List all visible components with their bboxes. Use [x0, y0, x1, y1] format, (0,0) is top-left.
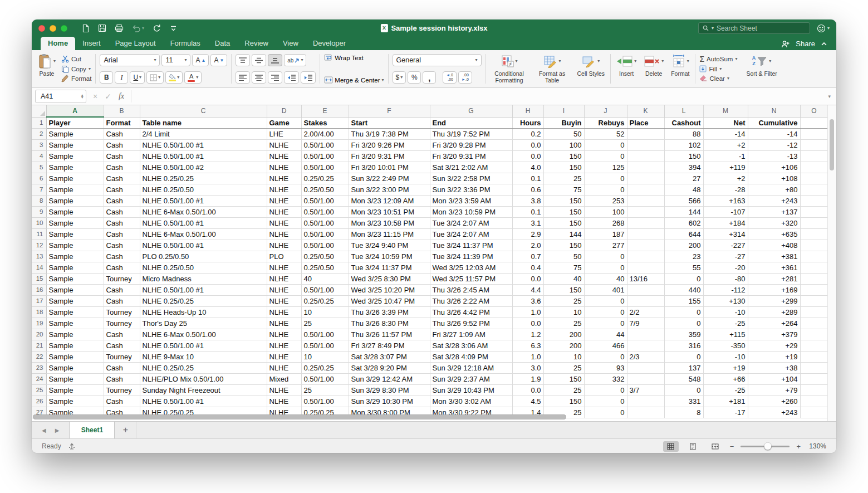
cell-C19[interactable]: Thor's Day 25: [140, 318, 267, 329]
cell-C9[interactable]: NLHE 6-Max 0.50/1.00: [140, 206, 267, 217]
merge-center-button[interactable]: Merge & Center ▾: [324, 76, 384, 84]
cell-F25[interactable]: Sun 3/29 8:30 PM: [349, 384, 430, 396]
cell-K22[interactable]: 2/3: [627, 351, 664, 362]
cell-B16[interactable]: Cash: [104, 284, 140, 295]
cell-M20[interactable]: +115: [703, 329, 748, 340]
cell-N12[interactable]: +408: [748, 240, 800, 251]
cell-J10[interactable]: 268: [584, 217, 627, 228]
cell-D19[interactable]: NLHE: [267, 318, 301, 329]
align-bottom-button[interactable]: [268, 54, 282, 66]
zoom-out-button[interactable]: −: [730, 442, 734, 451]
cell-L15[interactable]: 0: [664, 273, 703, 284]
cell-N19[interactable]: +264: [748, 318, 800, 329]
cell-D11[interactable]: NLHE: [267, 228, 301, 240]
font-color-button[interactable]: A ▾: [184, 71, 202, 84]
cell-B13[interactable]: Cash: [104, 251, 140, 262]
cell-J1[interactable]: Rebuys: [584, 117, 627, 128]
cell-D21[interactable]: NLHE: [267, 340, 301, 351]
row-header-2[interactable]: 2: [32, 128, 46, 139]
cell-E19[interactable]: 25: [301, 318, 349, 329]
row-header-23[interactable]: 23: [32, 362, 46, 373]
cell-A3[interactable]: Sample: [46, 139, 104, 150]
cell-L11[interactable]: 644: [664, 228, 703, 240]
cell-M17[interactable]: +130: [703, 295, 748, 306]
cell-H19[interactable]: 0.0: [512, 318, 543, 329]
decrease-indent-button[interactable]: [284, 71, 299, 84]
cell-N23[interactable]: +38: [748, 362, 800, 373]
row-header-7[interactable]: 7: [32, 184, 46, 195]
cell-J26[interactable]: 0: [584, 396, 627, 407]
row-header-26[interactable]: 26: [32, 396, 46, 407]
cell-H17[interactable]: 3.6: [512, 295, 543, 306]
copy-caret-icon[interactable]: ▾: [89, 67, 91, 71]
cell-I21[interactable]: 200: [543, 340, 584, 351]
spinner-down-icon[interactable]: ▼: [81, 96, 84, 99]
cell-A11[interactable]: Sample: [46, 228, 104, 240]
cell-B18[interactable]: Tourney: [104, 306, 140, 318]
cell-B20[interactable]: Cash: [104, 329, 140, 340]
cell-M13[interactable]: -27: [703, 251, 748, 262]
cell-F19[interactable]: Thu 3/26 8:30 PM: [349, 318, 430, 329]
cell-A14[interactable]: Sample: [46, 262, 104, 273]
cell-C23[interactable]: NLHE 0.25/0.25: [140, 362, 267, 373]
cell-E10[interactable]: 0.50/1.00: [301, 217, 349, 228]
cell-D22[interactable]: NLHE: [267, 351, 301, 362]
cell-H3[interactable]: 0.0: [512, 139, 543, 150]
row-header-19[interactable]: 19: [32, 318, 46, 329]
cut-button[interactable]: Cut: [61, 54, 91, 64]
cell-C7[interactable]: NLHE 0.25/0.50: [140, 184, 267, 195]
cell-E4[interactable]: 0.50/1.00: [301, 150, 349, 162]
cell-E1[interactable]: Stakes: [301, 117, 349, 128]
cell-G24[interactable]: Sun 3/29 2:37 AM: [430, 373, 512, 384]
cell-C3[interactable]: NLHE 0.50/1.00 #1: [140, 139, 267, 150]
cell-E13[interactable]: 0.25/0.50: [301, 251, 349, 262]
insert-cells-caret-icon[interactable]: ▾: [634, 59, 636, 64]
align-right-button[interactable]: [268, 71, 282, 84]
column-header-B[interactable]: B: [104, 105, 140, 117]
cell-J19[interactable]: 0: [584, 318, 627, 329]
format-painter-button[interactable]: Format: [61, 74, 91, 84]
cell-A7[interactable]: Sample: [46, 184, 104, 195]
cell-E21[interactable]: 0.50/1.00: [301, 340, 349, 351]
cell-M23[interactable]: +19: [703, 362, 748, 373]
clear-button[interactable]: Clear ▾: [699, 74, 737, 84]
save-icon[interactable]: [98, 24, 106, 32]
cell-L27[interactable]: 8: [664, 407, 703, 418]
cell-L1[interactable]: Cashout: [664, 117, 703, 128]
row-header-16[interactable]: 16: [32, 284, 46, 295]
cell-N11[interactable]: +635: [748, 228, 800, 240]
tab-developer[interactable]: Developer: [306, 37, 353, 50]
cell-D16[interactable]: NLHE: [267, 284, 301, 295]
cell-O23[interactable]: [800, 362, 828, 373]
align-top-button[interactable]: [236, 54, 250, 66]
insert-function-button[interactable]: fx: [119, 92, 124, 101]
cell-H8[interactable]: 3.8: [512, 195, 543, 206]
cell-O25[interactable]: [800, 384, 828, 396]
delete-cells-caret-icon[interactable]: ▾: [661, 59, 664, 64]
page-layout-view-button[interactable]: [685, 441, 701, 452]
vertical-scrollbar-thumb[interactable]: [830, 119, 834, 170]
font-color-caret-icon[interactable]: ▾: [196, 75, 198, 80]
align-middle-button[interactable]: [252, 54, 266, 66]
cell-K27[interactable]: [627, 407, 664, 418]
cell-G6[interactable]: Sun 3/22 2:58 PM: [430, 173, 512, 184]
paste-caret-icon[interactable]: ▾: [53, 59, 56, 64]
cell-J8[interactable]: 253: [584, 195, 627, 206]
increase-indent-button[interactable]: [301, 71, 316, 84]
cell-A8[interactable]: Sample: [46, 195, 104, 206]
cell-K18[interactable]: 2/2: [627, 306, 664, 318]
cell-K11[interactable]: [627, 228, 664, 240]
cell-J2[interactable]: 52: [584, 128, 627, 139]
cell-A18[interactable]: Sample: [46, 306, 104, 318]
cell-G26[interactable]: Mon 3/30 3:02 AM: [430, 396, 512, 407]
tab-data[interactable]: Data: [208, 37, 237, 50]
cell-M1[interactable]: Net: [703, 117, 748, 128]
cell-O18[interactable]: [800, 306, 828, 318]
cell-K7[interactable]: [627, 184, 664, 195]
cell-L3[interactable]: 102: [664, 139, 703, 150]
cell-O9[interactable]: [800, 206, 828, 217]
cell-G13[interactable]: Tue 3/24 11:39 PM: [430, 251, 512, 262]
cell-H22[interactable]: 1.0: [512, 351, 543, 362]
cell-F18[interactable]: Thu 3/26 3:39 PM: [349, 306, 430, 318]
cell-N9[interactable]: +137: [748, 206, 800, 217]
